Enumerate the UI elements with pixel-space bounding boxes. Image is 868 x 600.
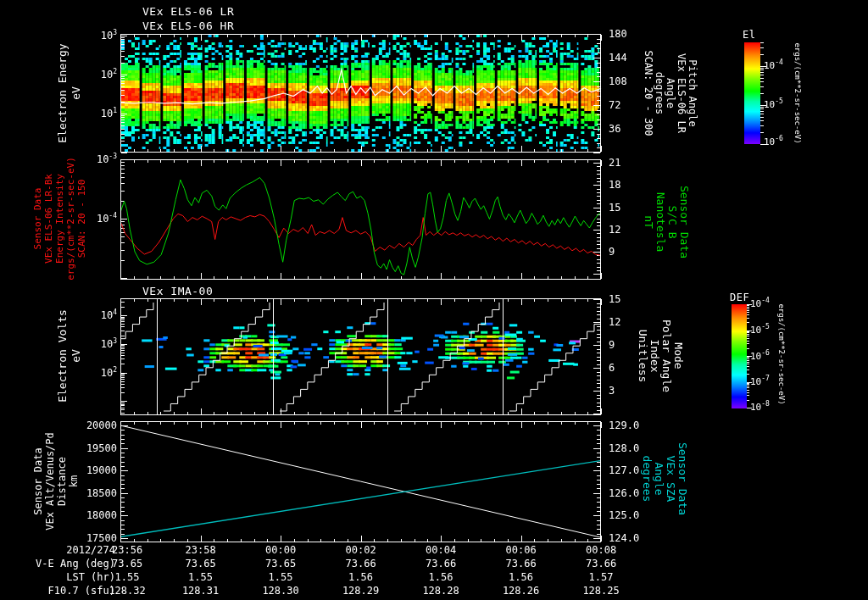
panel3-right-axis-label-line: Index xyxy=(648,319,660,392)
colorbar2-tick-label: 10-8 xyxy=(750,403,770,413)
colorbar2-tick-label: 10-5 xyxy=(750,325,770,336)
panel3-right-axis-label-line: Unitless xyxy=(637,319,648,392)
panel2-left-axis-label-line: SCAN: 20 - 150 xyxy=(76,157,87,281)
time-axis-label: 00:00 xyxy=(265,545,296,555)
colorbar2-units-label: ergs/(cm**2-sr-sec-eV) xyxy=(777,303,786,404)
colorbar2-tick-label: 10-7 xyxy=(750,377,770,387)
panel1-title-line2: VEx ELS-06 HR xyxy=(142,20,234,32)
time-axis-label: 00:04 xyxy=(426,545,456,555)
panel4-left-axis-label-line: km xyxy=(68,432,80,531)
panel4-right-tick-label: 124.0 xyxy=(609,533,639,543)
table-cell-value: 1.56 xyxy=(509,572,533,582)
panel1-right-axis-label-line: Pitch Angle xyxy=(687,50,698,136)
colorbar1-title: El xyxy=(743,29,755,41)
table-cell-value: 128.32 xyxy=(108,586,145,596)
table-row-label: LST (hr) xyxy=(0,572,115,582)
table-cell-value: 128.25 xyxy=(582,586,619,596)
panel3-left-axis-label: Electron VoltseV xyxy=(56,309,83,403)
colorbar2-tick-label: 10-6 xyxy=(750,352,770,362)
panel4-left-axis-label-line: VEx Alt/Venus/Pd xyxy=(44,432,56,531)
panel4-right-tick-label: 129.0 xyxy=(609,420,639,431)
panel4-y-tick-label: 20000 xyxy=(49,420,117,431)
panel1-right-tick-label: 180 xyxy=(609,29,627,39)
table-cell-value: 73.66 xyxy=(426,558,456,569)
time-axis-label: 00:06 xyxy=(506,545,537,555)
panel4-y-tick-label: 17500 xyxy=(49,533,117,543)
panel1-right-tick-label: 108 xyxy=(609,76,627,86)
table-cell-value: 73.66 xyxy=(586,558,616,569)
panel1-right-axis-label-line: VEx ELS-06 LR xyxy=(676,50,687,136)
table-cell-value: 1.55 xyxy=(188,572,213,582)
table-cell-value: 128.26 xyxy=(503,586,539,596)
panel2-right-tick-label: 9 xyxy=(609,247,615,257)
panel4-left-axis-label-line: Sensor Data xyxy=(32,432,44,531)
panel2-right-axis-label-line: Sensor Data xyxy=(678,186,690,258)
panel2-left-axis-label-line: Sensor Data xyxy=(32,157,43,281)
panel1-left-axis-label: Electron EnergyeV xyxy=(56,43,83,142)
panel4-left-axis-label: Sensor DataVEx Alt/Venus/PdDistancekm xyxy=(32,432,80,531)
colorbar1-tick-label: 10-6 xyxy=(764,137,783,147)
table-cell-value: 1.57 xyxy=(589,572,614,582)
panel4-right-axis-label-line: Sensor Data xyxy=(676,442,688,515)
colorbar1-gradient xyxy=(744,42,760,144)
panel4-right-axis-label-line: degrees xyxy=(641,442,653,515)
panel3-right-axis-label-line: Polar Angle xyxy=(660,319,672,392)
table-cell-value: 73.65 xyxy=(186,558,216,569)
table-cell-value: 73.65 xyxy=(265,558,296,569)
table-cell-value: 128.29 xyxy=(342,586,379,596)
panel4-right-tick-label: 128.0 xyxy=(609,443,639,453)
panel3-left-axis-label-line: Electron Volts xyxy=(56,309,70,403)
panel2-right-axis-label: Sensor DataS/C BNanoteslanT xyxy=(643,186,690,258)
panel3-title: VEx IMA-00 xyxy=(142,286,213,297)
panel1-y-tick-label: 103 xyxy=(49,31,117,41)
panel4-right-axis-label-line: VEx SZA xyxy=(665,442,676,515)
table-cell-value: 1.55 xyxy=(115,572,140,582)
colorbar2-tick-label: 10-4 xyxy=(750,299,770,309)
panel4-right-axis-label: Sensor DataVEx SZAAngledegrees xyxy=(641,442,688,515)
panel4-right-tick-label: 125.0 xyxy=(609,510,639,520)
time-axis-label: 23:58 xyxy=(186,545,216,555)
time-axis-label: 23:56 xyxy=(112,545,142,555)
table-cell-value: 1.55 xyxy=(269,572,293,582)
table-cell-value: 1.56 xyxy=(429,572,453,582)
table-row-label: V-E Ang (deg) xyxy=(0,558,115,569)
panel1-right-axis-label: Pitch AngleVEx ELS-06 LRAngledegreesSCAN… xyxy=(643,50,698,136)
colorbar1-tick-label: 10-4 xyxy=(764,61,783,71)
colorbar2-gradient xyxy=(732,304,747,408)
panel2-right-tick-label: 21 xyxy=(609,158,620,168)
panel4-right-tick-label: 126.0 xyxy=(609,488,639,498)
time-axis-label: 00:08 xyxy=(586,545,616,555)
panel3-right-tick-label: 9 xyxy=(609,340,615,350)
panel2-right-axis-label-line: S/C B xyxy=(666,186,678,258)
panel4-right-axis-label-line: Angle xyxy=(653,442,665,515)
panel3-right-axis-label: ModePolar AngleIndexUnitless xyxy=(637,319,684,392)
panel2-right-axis-label-line: Nanotesla xyxy=(654,186,666,258)
panel1-right-tick-label: 144 xyxy=(609,53,627,63)
panel1-title-line1: VEx ELS-06 LR xyxy=(142,6,234,18)
panel1-left-axis-label-line: Electron Energy xyxy=(56,43,70,142)
colorbar1-units-label: ergs/(cm**2-sr-sec-eV) xyxy=(793,42,802,143)
table-cell-value: 128.31 xyxy=(182,586,219,596)
panel3-left-axis-label-line: eV xyxy=(70,309,83,403)
panel1-right-axis-label-line: degrees xyxy=(654,50,665,136)
panel4-left-axis-label-line: Distance xyxy=(56,432,68,531)
table-cell-value: 128.30 xyxy=(262,586,298,596)
panel3-right-tick-label: 3 xyxy=(609,386,615,396)
panel1-left-axis-label-line: eV xyxy=(70,43,83,142)
panel2-left-axis-label-line: ergs/(cm**2-sr-sec-eV) xyxy=(65,157,76,281)
panel1-right-tick-label: 36 xyxy=(609,124,620,134)
panel2-right-axis-label-line: nT xyxy=(643,186,654,258)
panel3-right-axis-label-line: Mode xyxy=(672,319,684,392)
panel1-right-axis-label-line: SCAN: 20 - 300 xyxy=(643,50,654,136)
table-cell-value: 73.66 xyxy=(346,558,376,569)
panel3-right-tick-label: 12 xyxy=(609,317,620,327)
panel4-right-tick-label: 127.0 xyxy=(609,465,639,475)
panel3-right-tick-label: 15 xyxy=(609,294,620,304)
x-axis-date-label: 2012/274 xyxy=(0,545,115,555)
panel2-right-tick-label: 12 xyxy=(609,225,620,235)
panel2-left-axis-label-line: Energy Intensity xyxy=(54,157,65,281)
plot-window: VEx ELS-06 LR VEx ELS-06 HR VEx IMA-00 E… xyxy=(0,0,868,600)
colorbar1-tick-label: 10-5 xyxy=(764,100,783,110)
panel2-right-tick-label: 18 xyxy=(609,180,620,190)
panel2-right-tick-label: 15 xyxy=(609,203,620,213)
